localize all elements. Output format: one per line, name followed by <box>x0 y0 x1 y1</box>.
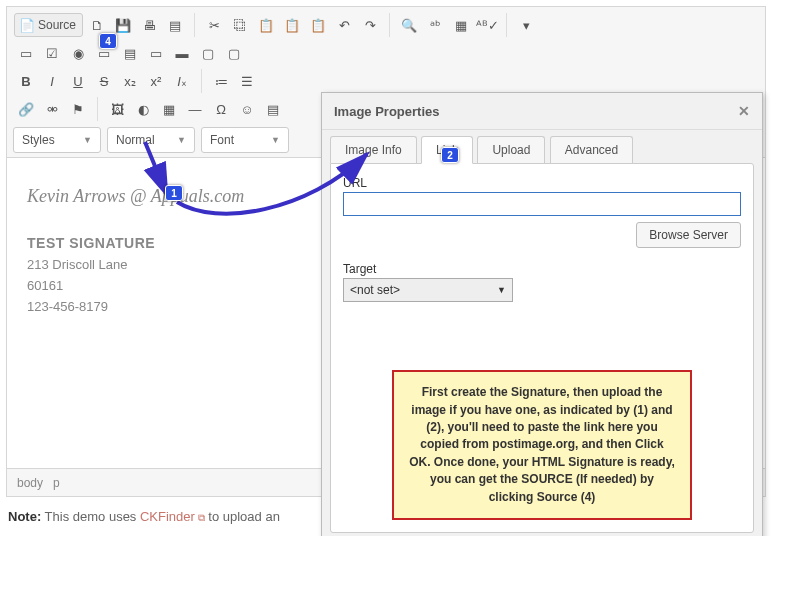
elements-path-body[interactable]: body <box>17 476 43 490</box>
dialog-title-bar: Image Properties ✕ <box>322 93 762 130</box>
dialog-title: Image Properties <box>334 104 440 119</box>
paste-word-button[interactable]: 📋 <box>306 13 330 37</box>
font-combo[interactable]: Font ▼ <box>201 127 289 153</box>
underline-button[interactable]: U <box>66 69 90 93</box>
numberlist-button[interactable]: ≔ <box>209 69 233 93</box>
source-icon: 📄 <box>19 18 35 33</box>
editor-frame: 📄 Source 🗋 💾 🖶 ▤ ✂ ⿻ 📋 📋 📋 ↶ ↷ 🔍 ᵃᵇ <box>6 6 766 497</box>
button-button[interactable]: ▬ <box>170 41 194 65</box>
paste-text-button[interactable]: 📋 <box>280 13 304 37</box>
cut-button[interactable]: ✂ <box>202 13 226 37</box>
removeformat-button[interactable]: Iₓ <box>170 69 194 93</box>
browse-server-button[interactable]: Browse Server <box>636 222 741 248</box>
format-combo[interactable]: Normal ▼ <box>107 127 195 153</box>
ckfinder-link[interactable]: CKFinder <box>140 509 205 524</box>
annotation-badge-4: 4 <box>99 33 117 49</box>
find-button[interactable]: 🔍 <box>397 13 421 37</box>
url-input[interactable] <box>343 192 741 216</box>
specialchar-button[interactable]: Ω <box>209 97 233 121</box>
subscript-button[interactable]: x₂ <box>118 69 142 93</box>
italic-button[interactable]: I <box>40 69 64 93</box>
selectall-button[interactable]: ▦ <box>449 13 473 37</box>
tab-advanced[interactable]: Advanced <box>550 136 633 163</box>
paste-button[interactable]: 📋 <box>254 13 278 37</box>
imagebutton-button[interactable]: ▢ <box>196 41 220 65</box>
source-label: Source <box>38 18 76 32</box>
image-properties-dialog: Image Properties ✕ Image Info Link 2 Upl… <box>321 92 763 536</box>
undo-button[interactable]: ↶ <box>332 13 356 37</box>
font-label: Font <box>210 133 234 147</box>
format-label: Normal <box>116 133 155 147</box>
styles-label: Styles <box>22 133 55 147</box>
form-button[interactable]: ▭ <box>14 41 38 65</box>
note-prefix: Note: <box>8 509 41 524</box>
chevron-down-icon: ▼ <box>177 135 186 145</box>
print-button[interactable]: 🖶 <box>137 13 161 37</box>
note-text2: to upload an <box>208 509 280 524</box>
smiley-button[interactable]: ☺ <box>235 97 259 121</box>
tab-upload[interactable]: Upload <box>477 136 545 163</box>
bulletlist-button[interactable]: ☰ <box>235 69 259 93</box>
bold-button[interactable]: B <box>14 69 38 93</box>
source-button[interactable]: 📄 Source <box>14 13 83 37</box>
annotation-badge-1: 1 <box>165 185 183 201</box>
radio-button[interactable]: ◉ <box>66 41 90 65</box>
flash-button[interactable]: ◐ <box>131 97 155 121</box>
select-button[interactable]: ▭ <box>144 41 168 65</box>
target-label: Target <box>343 262 741 276</box>
replace-button[interactable]: ᵃᵇ <box>423 13 447 37</box>
textarea-button[interactable]: ▤ <box>118 41 142 65</box>
close-icon[interactable]: ✕ <box>738 103 750 119</box>
superscript-button[interactable]: x² <box>144 69 168 93</box>
image-button[interactable]: 🖼 <box>105 97 129 121</box>
templates-button[interactable]: ▤ <box>163 13 187 37</box>
link-button[interactable]: 🔗 <box>14 97 38 121</box>
strike-button[interactable]: S <box>92 69 116 93</box>
dialog-body: URL Browse Server Target <not set> ▼ Fir… <box>330 163 754 533</box>
annotation-badge-2: 2 <box>441 147 459 163</box>
target-select[interactable]: <not set> ▼ <box>343 278 513 302</box>
url-label: URL <box>343 176 741 190</box>
checkbox-button[interactable]: ☑ <box>40 41 64 65</box>
instruction-callout: First create the Signature, then upload … <box>392 370 692 520</box>
anchor-button[interactable]: ⚑ <box>66 97 90 121</box>
chevron-down-icon: ▼ <box>271 135 280 145</box>
note-text1: This demo uses <box>45 509 140 524</box>
dialog-tabs: Image Info Link 2 Upload Advanced <box>322 130 762 164</box>
hr-button[interactable]: — <box>183 97 207 121</box>
table-button[interactable]: ▦ <box>157 97 181 121</box>
tab-link[interactable]: Link 2 <box>421 136 473 164</box>
elements-path-p[interactable]: p <box>53 476 60 490</box>
chevron-down-icon: ▼ <box>83 135 92 145</box>
spellcheck-button[interactable]: ᴬᴮ✓ <box>475 13 499 37</box>
pagebreak-button[interactable]: ▤ <box>261 97 285 121</box>
tab-image-info[interactable]: Image Info <box>330 136 417 163</box>
chevron-down-icon: ▼ <box>497 285 506 295</box>
unlink-button[interactable]: ⚮ <box>40 97 64 121</box>
about-button[interactable]: ▾ <box>514 13 538 37</box>
copy-button[interactable]: ⿻ <box>228 13 252 37</box>
styles-combo[interactable]: Styles ▼ <box>13 127 101 153</box>
hidden-button[interactable]: ▢ <box>222 41 246 65</box>
redo-button[interactable]: ↷ <box>358 13 382 37</box>
target-value: <not set> <box>350 283 400 297</box>
